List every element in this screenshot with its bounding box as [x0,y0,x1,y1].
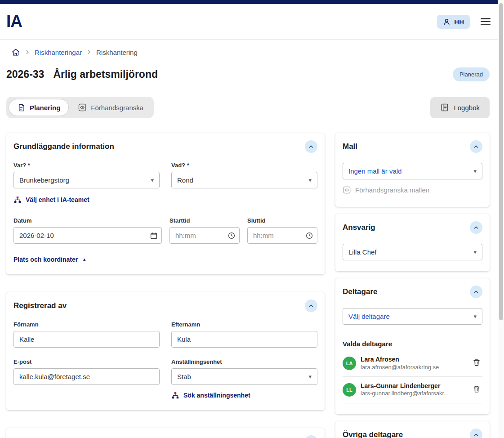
status-badge: Planerad [453,67,490,81]
app-logo[interactable]: IA [6,12,22,31]
org-tree-icon [13,196,22,204]
tab-forhandsgranska[interactable]: Förhandsgranska [70,99,152,116]
collapse-basic-info-button[interactable] [305,140,317,153]
scrollbar[interactable] [498,0,504,438]
registered-by-card: Registrerad av Förnamn Efternamn [6,292,325,410]
breadcrumb: Riskhanteringar Riskhantering [0,40,504,57]
tabs-row: Planering Förhandsgranska Loggbok [0,81,504,118]
ansvarig-card: Ansvarig Lilla Chef ▾ [335,214,490,271]
date-label: Datum [13,217,162,224]
template-select[interactable]: Ingen mall är vald ▾ [343,163,482,179]
chevron-down-icon: ▾ [470,168,477,174]
home-icon[interactable] [11,48,20,57]
participant-name: Lara Afrosen [361,356,466,364]
page: IA HH Riskhanteringar Riskhantering 202 [0,0,504,438]
clock-icon[interactable] [227,232,236,240]
ovriga-deltagare-card: Övriga deltagare [335,421,490,438]
participant-list: LA Lara Afrosen lara.afrosen@afaforsakri… [343,350,482,403]
preview-template-link[interactable]: Förhandsgranska mallen [343,186,429,194]
chevron-down-icon: ▾ [147,177,154,183]
loggbok-button[interactable]: Loggbok [430,97,490,118]
registered-by-title: Registrerad av [13,299,67,310]
collapse-ovriga-button[interactable] [470,429,482,438]
responsible-select[interactable]: Lilla Chef ▾ [343,244,482,260]
deltagare-title: Deltagare [343,286,377,296]
first-name-label: Förnamn [13,321,160,328]
breadcrumb-riskhanteringar[interactable]: Riskhanteringar [35,49,82,56]
collapse-deltagare-button[interactable] [470,286,482,298]
email-input[interactable] [13,368,160,385]
user-initials: HH [454,18,464,26]
employment-unit-select[interactable]: Stab ▾ [171,368,317,385]
chevron-down-icon: ▾ [305,177,312,183]
title-row: 2026-33 Årlig arbetsmiljörond Planerad [0,57,504,81]
where-label: Var? * [13,162,160,169]
chevron-down-icon: ▾ [470,249,477,255]
collapse-mall-button[interactable] [470,140,482,153]
start-time-label: Starttid [169,217,240,224]
participant-row: LL Lars-Gunnar Lindenberger lars-gunnar.… [343,377,482,403]
last-name-input[interactable] [171,331,317,348]
delete-participant-button[interactable] [471,357,482,370]
basic-info-card: Grundläggande information Var? * Brunkeb… [6,133,325,274]
chevron-right-icon [86,49,92,55]
avatar: LA [343,357,356,370]
calendar-icon[interactable] [150,232,158,240]
collapse-registered-by-button[interactable] [305,299,317,312]
logbook-icon [440,103,449,112]
org-tree-icon [171,391,179,399]
delete-participant-button[interactable] [471,383,482,396]
participants-select[interactable]: Välj deltagare ▾ [343,308,482,325]
participant-name: Lars-Gunnar Lindenberger [361,382,466,390]
user-badge[interactable]: HH [437,15,470,29]
mall-title: Mall [343,140,357,151]
preview-eye-icon [343,186,351,194]
search-employment-unit-link[interactable]: Sök anställningsenhet [171,391,250,399]
choose-unit-link[interactable]: Välj enhet i IA-teamet [13,196,89,204]
end-time-label: Sluttid [247,217,317,224]
preview-eye-icon [78,103,87,112]
location-toggle-link[interactable]: Plats och koordinater ▲ [13,256,87,263]
selected-participants-heading: Valda deltagare [343,340,482,348]
next-section-card [6,428,325,438]
chevron-down-icon: ▾ [470,313,477,320]
last-name-label: Efternamn [171,321,317,328]
collapse-next-section-button[interactable] [305,435,317,438]
scrollbar-thumb[interactable] [499,3,503,320]
employment-unit-label: Anställningsenhet [171,358,317,365]
basic-info-title: Grundläggande information [13,140,114,151]
main-column: Grundläggande information Var? * Brunkeb… [6,133,325,438]
tab-group: Planering Förhandsgranska [6,97,154,118]
first-name-input[interactable] [13,331,160,348]
email-label: E-post [13,358,160,365]
mall-card: Mall Ingen mall är vald ▾ Förhandsgransk… [335,133,490,207]
where-select[interactable]: Brunkebergstorg ▾ [13,172,160,188]
user-icon [443,18,450,26]
what-select[interactable]: Rond ▾ [171,172,317,188]
page-title: Årlig arbetsmiljörond [53,68,158,80]
participant-row: LA Lara Afrosen lara.afrosen@afaforsakri… [343,350,482,377]
avatar: LL [343,383,356,397]
date-input[interactable] [13,227,162,244]
collapse-ansvarig-button[interactable] [470,221,482,234]
top-accent-bar [0,0,498,4]
ansvarig-title: Ansvarig [343,221,375,232]
chevron-down-icon: ▾ [305,373,312,380]
loggbok-label: Loggbok [454,104,480,112]
side-column: Mall Ingen mall är vald ▾ Förhandsgransk… [335,133,490,438]
chevron-right-icon [25,49,30,55]
participant-email: lara.afrosen@afaforsakring.se [361,364,466,371]
record-id: 2026-33 [6,68,44,80]
tab-planering[interactable]: Planering [9,99,69,116]
participant-email: lars-gunnar.lindberg@afaforsakr... [361,390,466,397]
tab-forhandsgranska-label: Förhandsgranska [91,104,143,112]
app-header: IA HH [0,4,504,40]
document-icon [17,103,26,112]
clock-icon[interactable] [305,232,313,240]
breadcrumb-current: Riskhantering [96,49,138,56]
tab-planering-label: Planering [30,104,60,112]
ovriga-deltagare-title: Övriga deltagare [343,429,403,438]
content: Grundläggande information Var? * Brunkeb… [0,118,504,438]
menu-button[interactable] [481,17,491,27]
deltagare-card: Deltagare Välj deltagare ▾ Valda deltaga… [335,278,490,414]
